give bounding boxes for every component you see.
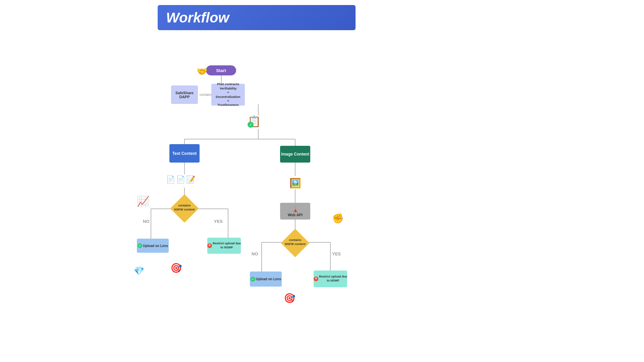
chart-arrow-icon: 📈	[137, 195, 149, 207]
goal-icon: 🎯	[284, 293, 296, 304]
text-content-node: Text Content	[169, 144, 200, 163]
spiral-icon: 🎯	[170, 262, 182, 274]
doc-icon-1: 📄	[166, 175, 175, 184]
photo-icon: 🖼️	[289, 178, 301, 189]
yes-label-1: YES	[214, 219, 223, 224]
nsfw-diamond-2: containsNSFW content	[281, 232, 309, 254]
fist-icon: ✊	[332, 213, 344, 224]
restrict-left-node: ✕ Restrict upload due to NSWF	[207, 238, 241, 254]
no-label-2: NO	[252, 251, 258, 256]
image-content-node: Image Content	[280, 146, 310, 163]
doc-icon-3: 📝	[186, 175, 195, 184]
page-title: Workflow	[166, 10, 229, 26]
contains-label: contains	[200, 93, 212, 97]
nsfw-diamond-1: containsNSFW content	[170, 198, 199, 220]
check-icon-right: ✓	[251, 277, 255, 282]
hand-wave-icon: 🤝	[197, 66, 207, 77]
yes-label-2: YES	[332, 251, 341, 256]
header-banner: Workflow	[158, 5, 356, 30]
upload-lens-left-node: ✓ Upload on Lens	[137, 239, 169, 253]
x-icon-right: ✕	[314, 277, 318, 281]
no-label-1: NO	[143, 219, 150, 224]
restrict-right-node: ✕ Restrict upload due to NSWF	[314, 270, 347, 287]
web-api-node: 🗼 Web API	[280, 203, 310, 220]
x-icon-left: ✕	[207, 243, 212, 248]
upload-lens-right-node: ✓ Upload on Lens	[250, 272, 282, 287]
doc-icon-2: 📄	[176, 175, 185, 184]
phat-contracts-node: Phat contractsVerifiability+Decentraliza…	[211, 84, 245, 106]
check-icon-left: ✓	[138, 243, 142, 248]
gem-icon: 💎	[133, 266, 144, 276]
start-node: Start	[206, 65, 236, 75]
verify-check-icon: ✓	[248, 122, 254, 128]
safeshare-node: SafeShareDAPP	[171, 85, 198, 104]
